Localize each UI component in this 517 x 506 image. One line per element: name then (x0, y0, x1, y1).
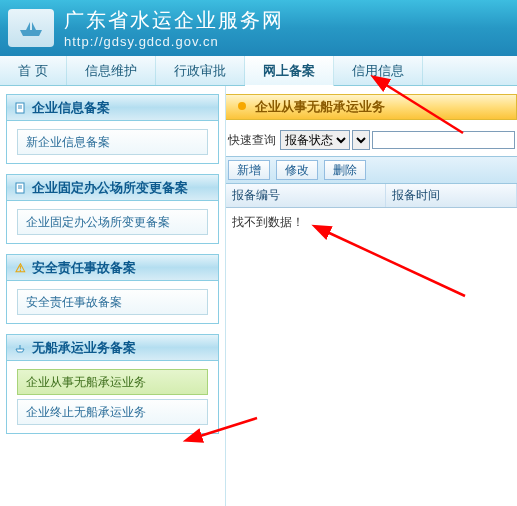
sidebar: 企业信息备案 新企业信息备案 企业固定办公场所变更备案 企业固定办公场所变更备案… (0, 86, 226, 506)
nav-home[interactable]: 首 页 (0, 56, 67, 85)
svg-point-6 (238, 102, 246, 110)
grid-col-id[interactable]: 报备编号 (226, 184, 386, 207)
app-url: http://gdsy.gdcd.gov.cn (64, 34, 284, 49)
panel-nvocc: 无船承运业务备案 企业从事无船承运业务 企业终止无船承运业务 (6, 334, 219, 434)
page-title: 企业从事无船承运业务 (255, 98, 385, 116)
sidebar-item-new-enterprise[interactable]: 新企业信息备案 (17, 129, 208, 155)
panel-title: 安全责任事故备案 (32, 259, 136, 277)
grid-empty: 找不到数据！ (226, 208, 517, 237)
edit-button[interactable]: 修改 (276, 160, 318, 180)
grid-header: 报备编号 报备时间 (226, 184, 517, 208)
query-input[interactable] (372, 131, 515, 149)
panel-title: 无船承运业务备案 (32, 339, 136, 357)
query-bar: 快速查询 报备状态 (226, 124, 517, 156)
toolbar: 新增 修改 删除 (226, 156, 517, 184)
app-header: 广东省水运企业服务网 http://gdsy.gdcd.gov.cn (0, 0, 517, 56)
main-nav: 首 页 信息维护 行政审批 网上备案 信用信息 (0, 56, 517, 86)
query-select[interactable]: 报备状态 (280, 130, 350, 150)
sidebar-item-nvocc-engage[interactable]: 企业从事无船承运业务 (17, 369, 208, 395)
warn-icon: ⚠ (13, 261, 27, 275)
panel-office: 企业固定办公场所变更备案 企业固定办公场所变更备案 (6, 174, 219, 244)
panel-safety: ⚠ 安全责任事故备案 安全责任事故备案 (6, 254, 219, 324)
grid-col-time[interactable]: 报备时间 (386, 184, 517, 207)
add-button[interactable]: 新增 (228, 160, 270, 180)
ship-icon (13, 341, 27, 355)
delete-button[interactable]: 删除 (324, 160, 366, 180)
sidebar-item-safety[interactable]: 安全责任事故备案 (17, 289, 208, 315)
star-icon (236, 100, 250, 114)
nav-admin[interactable]: 行政审批 (156, 56, 245, 85)
nav-info[interactable]: 信息维护 (67, 56, 156, 85)
nav-credit[interactable]: 信用信息 (334, 56, 423, 85)
query-label: 快速查询 (228, 132, 276, 149)
panel-enterprise: 企业信息备案 新企业信息备案 (6, 94, 219, 164)
nav-filing[interactable]: 网上备案 (245, 56, 334, 86)
sidebar-item-office-change[interactable]: 企业固定办公场所变更备案 (17, 209, 208, 235)
doc-icon (13, 181, 27, 195)
doc-icon (13, 101, 27, 115)
main-content: 企业从事无船承运业务 快速查询 报备状态 新增 修改 删除 报备编号 报备时间 … (226, 86, 517, 506)
ship-icon (16, 16, 46, 40)
panel-title: 企业信息备案 (32, 99, 110, 117)
app-logo (8, 9, 54, 47)
query-select-2[interactable] (352, 130, 370, 150)
panel-title: 企业固定办公场所变更备案 (32, 179, 188, 197)
sidebar-item-nvocc-terminate[interactable]: 企业终止无船承运业务 (17, 399, 208, 425)
app-title: 广东省水运企业服务网 (64, 7, 284, 34)
